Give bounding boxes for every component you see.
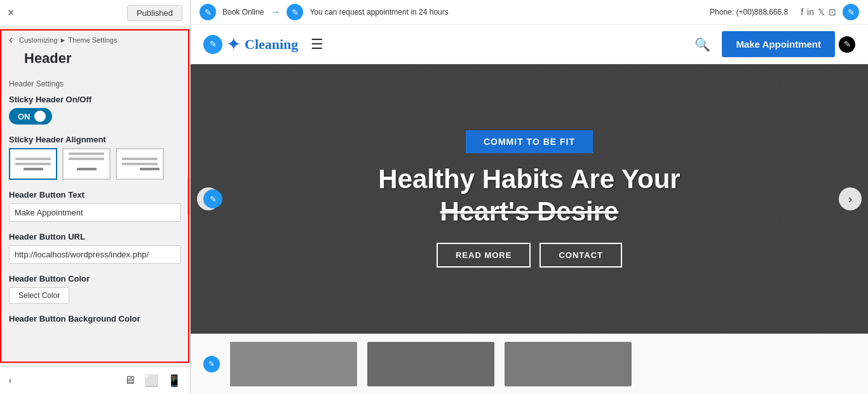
social-icons: f in 𝕏 ⊡ — [801, 7, 836, 17]
announce-edit-icon[interactable]: ✎ — [200, 4, 216, 20]
hero-section: ‹ ✎ COMMIT TO BE FIT Healthy Habits Are … — [191, 64, 868, 334]
right-chevron-icon: › — [848, 193, 852, 206]
chevron-left-icon: ‹ — [9, 376, 11, 385]
make-appointment-button[interactable]: Make Appointment — [722, 31, 835, 57]
hero-title-line1: Healthy Habits Are Your — [378, 163, 680, 195]
hero-title: Healthy Habits Are Your Heart's Desire — [378, 163, 680, 228]
button-text-input[interactable] — [9, 203, 181, 222]
alignment-label: Sticky Header Alignment — [9, 135, 181, 144]
align-line-7 — [122, 158, 158, 160]
hero-buttons: READ MORE CONTACT — [437, 243, 622, 268]
announce-bar: ✎ Book Online → ✎ You can request appoin… — [191, 0, 868, 25]
sticky-header-label: Sticky Header On/Off — [9, 95, 181, 104]
logo-star-icon: ✦ — [226, 34, 241, 55]
hero-edit-icon[interactable]: ✎ — [203, 189, 222, 208]
toggle-circle — [34, 111, 46, 122]
thumbnail-3 — [505, 342, 632, 386]
button-bg-color-label: Header Button Background Color — [9, 314, 181, 323]
hero-arrow-right[interactable]: › — [839, 187, 862, 210]
hero-content: COMMIT TO BE FIT Healthy Habits Are Your… — [378, 130, 680, 268]
desktop-icon[interactable]: 🖥 — [124, 374, 135, 387]
commit-button[interactable]: COMMIT TO BE FIT — [466, 130, 593, 153]
breadcrumb-theme: Theme Settings — [68, 36, 117, 44]
site-header: ✎ ✦ Cleaning ☰ 🔍 Make Appointment ✎ — [191, 25, 868, 64]
section-label: Header Settings — [9, 79, 181, 88]
breadcrumb-sep: ► — [58, 36, 69, 44]
customizer-panel: × Published ‹ Customizing ► Theme Settin… — [0, 0, 191, 394]
panel-footer: ‹ 🖥 ⬜ 📱 — [0, 366, 190, 394]
announce-phone: Phone: (+00)888.666.8 — [710, 8, 788, 17]
align-line-3 — [24, 168, 43, 170]
instagram-icon[interactable]: ⊡ — [829, 7, 836, 17]
logo-edit-icon[interactable]: ✎ — [203, 35, 222, 54]
header-btn-edit-icon[interactable]: ✎ — [839, 36, 855, 53]
header-nav: ☰ — [311, 36, 323, 53]
sticky-header-toggle[interactable]: ON — [9, 108, 52, 125]
breadcrumb: Customizing ► Theme Settings — [19, 36, 117, 44]
align-line-8 — [122, 163, 158, 165]
button-color-control: Header Button Color Select Color — [9, 274, 181, 304]
phone-text: Phone: (+00)888.666.8 — [710, 8, 788, 17]
scroll-indicator — [187, 178, 190, 216]
tablet-icon[interactable]: ⬜ — [144, 374, 158, 388]
preview-area: ✎ Book Online → ✎ You can request appoin… — [191, 0, 868, 394]
bottom-edit-icon[interactable]: ✎ — [203, 356, 220, 372]
published-button[interactable]: Published — [127, 5, 182, 21]
align-center[interactable] — [62, 148, 111, 180]
hamburger-icon[interactable]: ☰ — [311, 36, 323, 52]
toggle-label: ON — [18, 112, 31, 121]
thumbnail-2 — [367, 342, 494, 386]
close-icon[interactable]: × — [8, 6, 15, 20]
announce-message: You can request appointment in 24 hours — [309, 8, 448, 17]
align-line-4 — [69, 153, 104, 155]
align-line-6 — [77, 168, 97, 170]
book-online-text: Book Online — [222, 8, 264, 17]
button-url-control: Header Button URL — [9, 232, 181, 264]
panel-nav: ‹ Customizing ► Theme Settings — [0, 27, 190, 49]
site-logo: ✦ Cleaning — [226, 34, 298, 55]
top-bar: × Published — [0, 0, 190, 27]
facebook-icon[interactable]: f — [801, 7, 803, 17]
bottom-strip: ✎ — [191, 334, 868, 394]
panel-title: Header — [0, 49, 190, 73]
breadcrumb-customizing: Customizing — [19, 36, 58, 44]
button-text-control: Header Button Text — [9, 190, 181, 222]
align-line-5 — [69, 158, 104, 160]
button-url-input[interactable] — [9, 245, 181, 264]
button-color-label: Header Button Color — [9, 274, 181, 283]
back-icon[interactable]: ‹ — [9, 33, 13, 46]
align-line-9 — [140, 168, 159, 170]
toggle-wrap: ON — [9, 108, 181, 125]
announce-right-edit-icon[interactable]: ✎ — [843, 4, 859, 20]
hero-background: ‹ ✎ COMMIT TO BE FIT Healthy Habits Are … — [191, 64, 868, 334]
announce-message-edit-icon[interactable]: ✎ — [287, 4, 303, 20]
align-left[interactable] — [9, 148, 57, 180]
button-url-label: Header Button URL — [9, 232, 181, 241]
hide-controls-button[interactable]: ‹ — [9, 376, 15, 385]
align-line-1 — [15, 158, 51, 160]
search-icon[interactable]: 🔍 — [695, 37, 710, 52]
align-right[interactable] — [116, 148, 164, 180]
select-color-button[interactable]: Select Color — [9, 287, 69, 304]
strikethrough-text: Heart's Desire — [440, 196, 619, 226]
thumbnail-1 — [230, 342, 357, 386]
logo-text: Cleaning — [245, 36, 298, 53]
read-more-button[interactable]: READ MORE — [437, 243, 531, 268]
alignment-group — [9, 148, 181, 180]
alignment-control: Sticky Header Alignment — [9, 135, 181, 180]
button-bg-color-control: Header Button Background Color — [9, 314, 181, 323]
mobile-icon[interactable]: 📱 — [167, 374, 181, 388]
footer-icons: 🖥 ⬜ 📱 — [124, 374, 181, 388]
twitter-icon[interactable]: 𝕏 — [818, 7, 825, 17]
panel-content: Header Settings Sticky Header On/Off ON … — [0, 73, 190, 366]
hero-title-line2: Heart's Desire — [378, 196, 680, 228]
sticky-header-control: Sticky Header On/Off ON — [9, 95, 181, 125]
align-line-2 — [15, 163, 51, 165]
linkedin-icon[interactable]: in — [807, 7, 814, 17]
contact-button[interactable]: CONTACT — [539, 243, 622, 268]
announce-arrow: → — [270, 6, 280, 18]
button-text-label: Header Button Text — [9, 190, 181, 200]
